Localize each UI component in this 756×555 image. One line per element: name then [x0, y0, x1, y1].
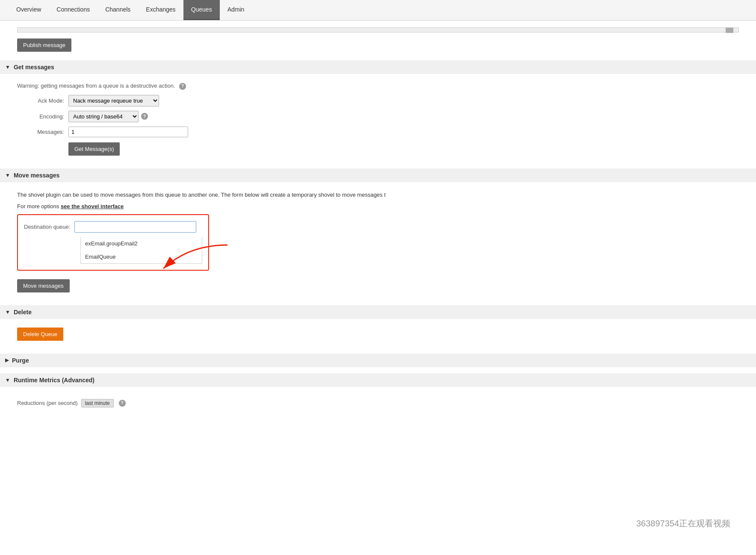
move-messages-header[interactable]: ▼ Move messages	[0, 168, 756, 182]
encoding-help-icon[interactable]: ?	[141, 113, 148, 120]
delete-header[interactable]: ▼ Delete	[0, 305, 756, 319]
runtime-metrics-header[interactable]: ▼ Runtime Metrics (Advanced)	[0, 373, 756, 387]
move-messages-highlight-box: Destination queue: exEmail.groupEmail2 E…	[17, 214, 209, 271]
ack-mode-row: Ack Mode: Nack message requeue true Ack …	[17, 95, 739, 106]
delete-body: Delete Queue	[17, 323, 739, 348]
scroll-thumb[interactable]	[726, 28, 733, 33]
reductions-label: Reductions (per second)	[17, 400, 78, 406]
get-messages-title: Get messages	[14, 64, 54, 71]
ack-mode-select[interactable]: Nack message requeue true Ack message re…	[68, 95, 159, 106]
see-shovel-link[interactable]: see the shovel interface	[61, 203, 124, 210]
delete-arrow: ▼	[5, 309, 10, 315]
delete-queue-button[interactable]: Delete Queue	[17, 328, 63, 341]
runtime-metrics-help-icon[interactable]: ?	[119, 400, 126, 407]
move-messages-body: The shovel plugin can be used to move me…	[17, 186, 739, 299]
get-messages-button[interactable]: Get Message(s)	[68, 142, 120, 156]
publish-message-button[interactable]: Publish message	[17, 38, 71, 52]
nav-item-overview[interactable]: Overview	[9, 0, 49, 20]
messages-label: Messages:	[17, 129, 68, 135]
move-messages-arrow: ▼	[5, 172, 10, 178]
nav-item-exchanges[interactable]: Exchanges	[138, 0, 183, 20]
get-messages-warning: Warning: getting messages from a queue i…	[17, 83, 739, 90]
nav-bar: Overview Connections Channels Exchanges …	[0, 0, 756, 21]
purge-arrow: ▶	[5, 357, 9, 363]
ack-mode-label: Ack Mode:	[17, 97, 68, 104]
encoding-select[interactable]: Auto string / base64 base64	[68, 111, 139, 122]
reductions-row: Reductions (per second) last minute ?	[17, 399, 739, 407]
nav-item-queues[interactable]: Queues	[183, 0, 220, 20]
main-content: Publish message ▼ Get messages Warning: …	[0, 21, 756, 421]
destination-queue-label: Destination queue:	[24, 224, 70, 230]
runtime-metrics-arrow: ▼	[5, 377, 10, 383]
runtime-metrics-title: Runtime Metrics (Advanced)	[14, 377, 94, 384]
runtime-metrics-body: Reductions (per second) last minute ?	[17, 391, 739, 414]
nav-item-admin[interactable]: Admin	[220, 0, 252, 20]
destination-queue-dropdown[interactable]: exEmail.groupEmail2 EmailQueue	[80, 237, 202, 264]
encoding-row: Encoding: Auto string / base64 base64 ?	[17, 111, 739, 122]
messages-row: Messages:	[17, 127, 739, 137]
scroll-area[interactable]	[17, 27, 739, 32]
dropdown-item-1[interactable]: EmailQueue	[81, 250, 202, 263]
destination-queue-row: Destination queue:	[24, 221, 202, 233]
purge-title: Purge	[12, 357, 29, 364]
move-messages-button[interactable]: Move messages	[17, 279, 70, 292]
nav-item-channels[interactable]: Channels	[97, 0, 138, 20]
destination-queue-input[interactable]	[74, 221, 196, 233]
purge-header[interactable]: ▶ Purge	[0, 354, 756, 367]
get-messages-arrow: ▼	[5, 64, 10, 70]
dropdown-item-0[interactable]: exEmail.groupEmail2	[81, 237, 202, 250]
last-minute-badge[interactable]: last minute	[81, 399, 114, 407]
warning-help-icon[interactable]: ?	[179, 83, 186, 90]
get-messages-body: Warning: getting messages from a queue i…	[17, 78, 739, 162]
move-messages-description: The shovel plugin can be used to move me…	[17, 191, 739, 199]
move-messages-title: Move messages	[14, 172, 59, 179]
encoding-label: Encoding:	[17, 113, 68, 120]
delete-title: Delete	[14, 309, 32, 316]
get-messages-header[interactable]: ▼ Get messages	[0, 60, 756, 74]
shovel-info: For more options see the shovel interfac…	[17, 202, 739, 211]
messages-input[interactable]	[68, 127, 188, 137]
nav-item-connections[interactable]: Connections	[49, 0, 97, 20]
